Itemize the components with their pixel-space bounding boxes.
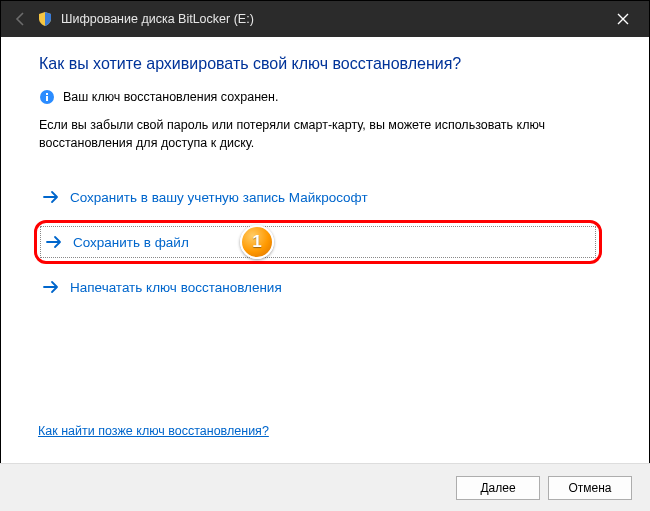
back-icon[interactable] xyxy=(11,9,31,29)
arrow-right-icon xyxy=(42,278,60,296)
bitlocker-shield-icon xyxy=(37,11,53,27)
page-heading: Как вы хотите архивировать свой ключ вос… xyxy=(39,55,611,73)
cancel-button[interactable]: Отмена xyxy=(548,476,632,500)
arrow-right-icon xyxy=(42,188,60,206)
arrow-right-icon xyxy=(45,233,63,251)
content-area: Как вы хотите архивировать свой ключ вос… xyxy=(1,37,649,320)
window-title: Шифрование диска BitLocker (E:) xyxy=(61,12,603,26)
options-list: Сохранить в вашу учетную запись Майкросо… xyxy=(34,178,611,306)
option-label: Сохранить в вашу учетную запись Майкросо… xyxy=(70,190,368,205)
description-text: Если вы забыли свой пароль или потеряли … xyxy=(39,117,611,152)
option-label: Напечатать ключ восстановления xyxy=(70,280,282,295)
info-icon xyxy=(39,89,55,105)
svg-rect-1 xyxy=(46,96,48,101)
annotation-badge: 1 xyxy=(240,225,274,259)
help-link[interactable]: Как найти позже ключ восстановления? xyxy=(38,424,269,438)
option-save-microsoft-account[interactable]: Сохранить в вашу учетную запись Майкросо… xyxy=(34,178,611,216)
svg-rect-2 xyxy=(46,93,48,95)
info-text: Ваш ключ восстановления сохранен. xyxy=(63,90,278,104)
option-print-recovery-key[interactable]: Напечатать ключ восстановления xyxy=(34,268,611,306)
info-row: Ваш ключ восстановления сохранен. xyxy=(39,89,611,105)
next-button[interactable]: Далее xyxy=(456,476,540,500)
close-button[interactable] xyxy=(603,1,643,37)
option-save-to-file[interactable]: Сохранить в файл 1 xyxy=(34,220,602,264)
footer: Далее Отмена xyxy=(0,463,650,511)
titlebar: Шифрование диска BitLocker (E:) xyxy=(1,1,649,37)
option-label: Сохранить в файл xyxy=(73,235,189,250)
